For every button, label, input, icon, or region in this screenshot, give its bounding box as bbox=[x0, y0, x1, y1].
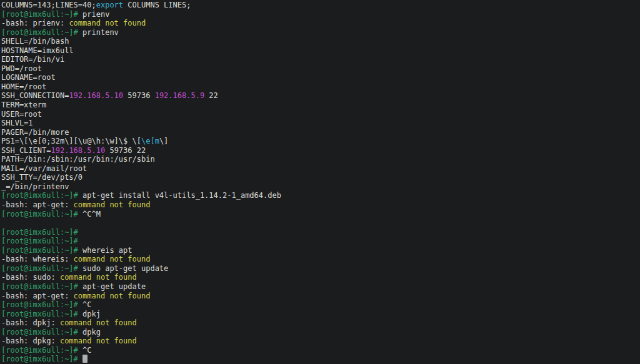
terminal-text-segment: ^C bbox=[82, 300, 91, 309]
text-cursor bbox=[82, 355, 88, 363]
terminal-line: SHELL=/bin/bash bbox=[1, 37, 640, 46]
terminal-text-segment: prienv bbox=[82, 10, 109, 19]
terminal-line: PAGER=/bin/more bbox=[1, 128, 640, 137]
terminal-line: SSH_CLIENT=192.168.5.10 59736 22 bbox=[1, 146, 640, 155]
terminal-text-segment: whereis apt bbox=[82, 246, 132, 255]
terminal-text-segment: PS1=\[\e[0;32m\][\u@\h:\w]\$ \[ bbox=[1, 137, 141, 145]
terminal-text-segment: HOME=/root bbox=[1, 82, 46, 91]
terminal-text-segment: [root@imx6ull:~]# bbox=[1, 28, 82, 37]
terminal-line: [root@imx6ull:~]# dpkj bbox=[1, 310, 640, 319]
terminal-line: PS1=\[\e[0;32m\][\u@\h:\w]\$ \[\e[m\] bbox=[1, 137, 640, 146]
terminal-screen[interactable]: COLUMNS=143;LINES=40;export COLUMNS LINE… bbox=[0, 0, 640, 364]
terminal-text-segment: USER=root bbox=[1, 110, 42, 119]
terminal-line: USER=root bbox=[1, 110, 640, 119]
terminal-text-segment: 192.168.5.9 bbox=[155, 91, 204, 100]
terminal-text-segment: _=/bin/printenv bbox=[1, 182, 69, 191]
terminal-line: [root@imx6ull:~]# bbox=[1, 228, 640, 237]
terminal-text-segment: ^C^M bbox=[82, 210, 101, 219]
terminal-text-segment: TERM=xterm bbox=[1, 101, 46, 109]
terminal-line: [root@imx6ull:~]# ^C bbox=[1, 300, 640, 310]
terminal-line: -bash: prienv: command not found bbox=[1, 19, 640, 28]
terminal-line bbox=[1, 219, 640, 228]
terminal-line: [root@imx6ull:~]# prienv bbox=[1, 10, 640, 19]
terminal-text-segment: COLUMNS=143;LINES=40; bbox=[1, 1, 96, 9]
terminal-text-segment: SHLVL=1 bbox=[1, 119, 33, 127]
terminal-line: SSH_TTY=/dev/pts/0 bbox=[1, 173, 640, 182]
terminal-line: HOME=/root bbox=[1, 82, 640, 92]
terminal-line: SSH_CONNECTION=192.168.5.10 59736 192.16… bbox=[1, 91, 640, 101]
terminal-text-segment: MAIL=/var/mail/root bbox=[1, 164, 87, 173]
terminal-text-segment: 22 bbox=[204, 91, 218, 100]
terminal-text-segment: 192.168.5.10 bbox=[51, 146, 105, 155]
terminal-line: MAIL=/var/mail/root bbox=[1, 164, 640, 174]
terminal-text-segment: command not found bbox=[74, 292, 151, 300]
terminal-text-segment: [root@imx6ull:~]# bbox=[1, 355, 82, 363]
terminal-text-segment: PAGER=/bin/more bbox=[1, 128, 69, 137]
terminal-text-segment: PWD=/root bbox=[1, 64, 42, 73]
terminal-line: [root@imx6ull:~]# bbox=[1, 355, 640, 364]
terminal-text-segment: [root@imx6ull:~]# bbox=[1, 228, 78, 237]
terminal-text-segment: SSH_CLIENT= bbox=[1, 146, 51, 155]
terminal-text-segment: [root@imx6ull:~]# bbox=[1, 210, 82, 219]
terminal-line: -bash: dpkg: command not found bbox=[1, 337, 640, 346]
terminal-line: [root@imx6ull:~]# printenv bbox=[1, 28, 640, 37]
terminal-line: [root@imx6ull:~]# dpkg bbox=[1, 328, 640, 337]
terminal-line: EDITOR=/bin/vi bbox=[1, 55, 640, 64]
terminal-text-segment: command not found bbox=[60, 337, 137, 345]
terminal-text-segment: dpkj bbox=[82, 310, 101, 318]
terminal-text-segment: [root@imx6ull:~]# bbox=[1, 282, 82, 291]
terminal-text-segment: [root@imx6ull:~]# bbox=[1, 300, 82, 309]
terminal-text-segment: [root@imx6ull:~]# bbox=[1, 310, 82, 318]
terminal-line: PATH=/bin:/sbin:/usr/bin:/usr/sbin bbox=[1, 155, 640, 164]
terminal-text-segment: -bash: sudo: bbox=[1, 273, 60, 282]
terminal-line: -bash: whereis: command not found bbox=[1, 255, 640, 264]
terminal-line: LOGNAME=root bbox=[1, 73, 640, 82]
terminal-text-segment: -bash: dpkj: bbox=[1, 318, 60, 327]
terminal-text-segment: SSH_CONNECTION= bbox=[1, 91, 69, 100]
terminal-line: -bash: sudo: command not found bbox=[1, 273, 640, 282]
terminal-text-segment: -bash: prienv: bbox=[1, 19, 69, 27]
terminal-text-segment: apt-get update bbox=[82, 282, 146, 291]
terminal-text-segment: \] bbox=[159, 137, 168, 145]
terminal-text-segment: command not found bbox=[69, 19, 146, 27]
terminal-text-segment: -bash: dpkg: bbox=[1, 337, 60, 345]
terminal-line: HOSTNAME=imx6ull bbox=[1, 46, 640, 56]
terminal-line: SHLVL=1 bbox=[1, 119, 640, 128]
terminal-line: [root@imx6ull:~]# ^C^M bbox=[1, 210, 640, 219]
terminal-text-segment: LOGNAME=root bbox=[1, 73, 56, 82]
terminal-text-segment: command not found bbox=[60, 273, 137, 282]
terminal-text-segment: -bash: apt-get: bbox=[1, 200, 74, 209]
terminal-line: [root@imx6ull:~]# bbox=[1, 237, 640, 246]
terminal-text-segment: HOSTNAME=imx6ull bbox=[1, 46, 74, 55]
terminal-text-segment: 59736 22 bbox=[105, 146, 146, 155]
terminal-text-segment: COLUMNS LINES; bbox=[123, 1, 191, 9]
terminal-text-segment: [root@imx6ull:~]# bbox=[1, 328, 82, 337]
terminal-line: [root@imx6ull:~]# whereis apt bbox=[1, 246, 640, 255]
terminal-text-segment: -bash: apt-get: bbox=[1, 292, 74, 300]
terminal-text-segment: -bash: whereis: bbox=[1, 255, 74, 263]
terminal-text-segment: \e[m bbox=[141, 137, 159, 145]
terminal-line: TERM=xterm bbox=[1, 101, 640, 110]
terminal-text-segment: [root@imx6ull:~]# bbox=[1, 10, 82, 19]
terminal-text-segment: PATH=/bin:/sbin:/usr/bin:/usr/sbin bbox=[1, 155, 155, 164]
terminal-text-segment: EDITOR=/bin/vi bbox=[1, 55, 64, 64]
terminal-text-segment: command not found bbox=[74, 200, 151, 209]
terminal-line: [root@imx6ull:~]# sudo apt-get update bbox=[1, 264, 640, 273]
terminal-line: -bash: apt-get: command not found bbox=[1, 292, 640, 301]
terminal-line: _=/bin/printenv bbox=[1, 182, 640, 192]
terminal-text-segment: command not found bbox=[60, 318, 137, 327]
terminal-line: [root@imx6ull:~]# apt-get update bbox=[1, 282, 640, 292]
terminal-text-segment: command not found bbox=[74, 255, 151, 263]
terminal-text-segment: SHELL=/bin/bash bbox=[1, 37, 69, 46]
terminal-text-segment: sudo apt-get update bbox=[82, 264, 168, 273]
terminal-text-segment: dpkg bbox=[82, 328, 101, 337]
terminal-text-segment: printenv bbox=[82, 28, 119, 37]
terminal-line: PWD=/root bbox=[1, 64, 640, 74]
terminal-line: -bash: dpkj: command not found bbox=[1, 318, 640, 328]
terminal-text-segment: SSH_TTY=/dev/pts/0 bbox=[1, 173, 82, 182]
terminal-text-segment: [root@imx6ull:~]# bbox=[1, 346, 82, 355]
terminal-text-segment: ^C bbox=[82, 346, 91, 355]
terminal-line: -bash: apt-get: command not found bbox=[1, 200, 640, 210]
terminal-text-segment: apt-get install v4l-utils_1.14.2-1_amd64… bbox=[82, 191, 281, 200]
terminal-text-segment: [root@imx6ull:~]# bbox=[1, 264, 82, 273]
